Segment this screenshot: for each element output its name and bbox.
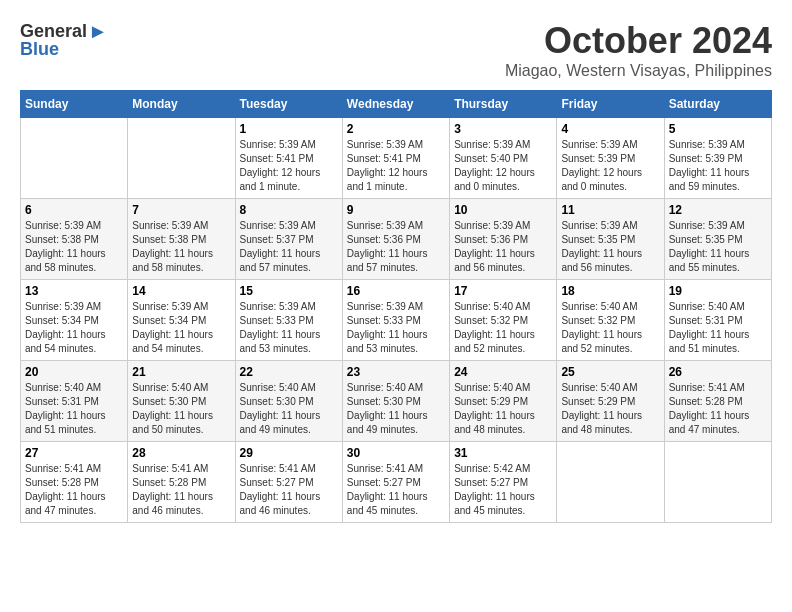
- day-content: Sunrise: 5:39 AMSunset: 5:41 PMDaylight:…: [347, 138, 445, 194]
- calendar-cell: 7Sunrise: 5:39 AMSunset: 5:38 PMDaylight…: [128, 199, 235, 280]
- column-header-friday: Friday: [557, 91, 664, 118]
- calendar-cell: 24Sunrise: 5:40 AMSunset: 5:29 PMDayligh…: [450, 361, 557, 442]
- calendar-cell: 30Sunrise: 5:41 AMSunset: 5:27 PMDayligh…: [342, 442, 449, 523]
- calendar-cell: 26Sunrise: 5:41 AMSunset: 5:28 PMDayligh…: [664, 361, 771, 442]
- day-number: 9: [347, 203, 445, 217]
- calendar-cell: 9Sunrise: 5:39 AMSunset: 5:36 PMDaylight…: [342, 199, 449, 280]
- calendar-week-2: 6Sunrise: 5:39 AMSunset: 5:38 PMDaylight…: [21, 199, 772, 280]
- calendar-cell: [21, 118, 128, 199]
- day-content: Sunrise: 5:39 AMSunset: 5:39 PMDaylight:…: [561, 138, 659, 194]
- day-number: 5: [669, 122, 767, 136]
- day-number: 21: [132, 365, 230, 379]
- calendar-cell: 8Sunrise: 5:39 AMSunset: 5:37 PMDaylight…: [235, 199, 342, 280]
- calendar-cell: 11Sunrise: 5:39 AMSunset: 5:35 PMDayligh…: [557, 199, 664, 280]
- calendar-cell: 20Sunrise: 5:40 AMSunset: 5:31 PMDayligh…: [21, 361, 128, 442]
- day-number: 4: [561, 122, 659, 136]
- calendar-cell: 4Sunrise: 5:39 AMSunset: 5:39 PMDaylight…: [557, 118, 664, 199]
- column-header-monday: Monday: [128, 91, 235, 118]
- calendar-table: SundayMondayTuesdayWednesdayThursdayFrid…: [20, 90, 772, 523]
- logo-blue-text: Blue: [20, 39, 59, 60]
- day-content: Sunrise: 5:39 AMSunset: 5:41 PMDaylight:…: [240, 138, 338, 194]
- day-number: 22: [240, 365, 338, 379]
- day-number: 26: [669, 365, 767, 379]
- day-number: 18: [561, 284, 659, 298]
- column-header-wednesday: Wednesday: [342, 91, 449, 118]
- day-content: Sunrise: 5:39 AMSunset: 5:35 PMDaylight:…: [669, 219, 767, 275]
- calendar-cell: 3Sunrise: 5:39 AMSunset: 5:40 PMDaylight…: [450, 118, 557, 199]
- calendar-cell: [664, 442, 771, 523]
- day-content: Sunrise: 5:40 AMSunset: 5:29 PMDaylight:…: [561, 381, 659, 437]
- day-content: Sunrise: 5:39 AMSunset: 5:38 PMDaylight:…: [25, 219, 123, 275]
- day-number: 23: [347, 365, 445, 379]
- calendar-week-4: 20Sunrise: 5:40 AMSunset: 5:31 PMDayligh…: [21, 361, 772, 442]
- day-content: Sunrise: 5:40 AMSunset: 5:29 PMDaylight:…: [454, 381, 552, 437]
- calendar-cell: 2Sunrise: 5:39 AMSunset: 5:41 PMDaylight…: [342, 118, 449, 199]
- day-content: Sunrise: 5:39 AMSunset: 5:38 PMDaylight:…: [132, 219, 230, 275]
- calendar-cell: 14Sunrise: 5:39 AMSunset: 5:34 PMDayligh…: [128, 280, 235, 361]
- day-content: Sunrise: 5:41 AMSunset: 5:27 PMDaylight:…: [240, 462, 338, 518]
- calendar-cell: 15Sunrise: 5:39 AMSunset: 5:33 PMDayligh…: [235, 280, 342, 361]
- day-number: 31: [454, 446, 552, 460]
- day-content: Sunrise: 5:41 AMSunset: 5:28 PMDaylight:…: [132, 462, 230, 518]
- day-content: Sunrise: 5:39 AMSunset: 5:36 PMDaylight:…: [454, 219, 552, 275]
- calendar-week-1: 1Sunrise: 5:39 AMSunset: 5:41 PMDaylight…: [21, 118, 772, 199]
- day-content: Sunrise: 5:42 AMSunset: 5:27 PMDaylight:…: [454, 462, 552, 518]
- day-number: 29: [240, 446, 338, 460]
- day-number: 6: [25, 203, 123, 217]
- calendar-cell: 29Sunrise: 5:41 AMSunset: 5:27 PMDayligh…: [235, 442, 342, 523]
- day-content: Sunrise: 5:40 AMSunset: 5:31 PMDaylight:…: [669, 300, 767, 356]
- day-number: 2: [347, 122, 445, 136]
- day-number: 10: [454, 203, 552, 217]
- calendar-cell: 10Sunrise: 5:39 AMSunset: 5:36 PMDayligh…: [450, 199, 557, 280]
- day-number: 30: [347, 446, 445, 460]
- day-number: 17: [454, 284, 552, 298]
- calendar-cell: 5Sunrise: 5:39 AMSunset: 5:39 PMDaylight…: [664, 118, 771, 199]
- calendar-cell: 28Sunrise: 5:41 AMSunset: 5:28 PMDayligh…: [128, 442, 235, 523]
- calendar-cell: 25Sunrise: 5:40 AMSunset: 5:29 PMDayligh…: [557, 361, 664, 442]
- calendar-cell: 19Sunrise: 5:40 AMSunset: 5:31 PMDayligh…: [664, 280, 771, 361]
- column-header-sunday: Sunday: [21, 91, 128, 118]
- calendar-cell: 18Sunrise: 5:40 AMSunset: 5:32 PMDayligh…: [557, 280, 664, 361]
- calendar-cell: 1Sunrise: 5:39 AMSunset: 5:41 PMDaylight…: [235, 118, 342, 199]
- calendar-cell: [128, 118, 235, 199]
- day-number: 8: [240, 203, 338, 217]
- day-content: Sunrise: 5:40 AMSunset: 5:32 PMDaylight:…: [561, 300, 659, 356]
- month-title: October 2024: [505, 20, 772, 62]
- calendar-header-row: SundayMondayTuesdayWednesdayThursdayFrid…: [21, 91, 772, 118]
- calendar-cell: 16Sunrise: 5:39 AMSunset: 5:33 PMDayligh…: [342, 280, 449, 361]
- day-content: Sunrise: 5:39 AMSunset: 5:37 PMDaylight:…: [240, 219, 338, 275]
- calendar-cell: 27Sunrise: 5:41 AMSunset: 5:28 PMDayligh…: [21, 442, 128, 523]
- logo: General ► Blue: [20, 20, 108, 60]
- day-number: 12: [669, 203, 767, 217]
- day-number: 25: [561, 365, 659, 379]
- calendar-cell: 21Sunrise: 5:40 AMSunset: 5:30 PMDayligh…: [128, 361, 235, 442]
- calendar-cell: [557, 442, 664, 523]
- day-content: Sunrise: 5:41 AMSunset: 5:28 PMDaylight:…: [25, 462, 123, 518]
- day-content: Sunrise: 5:39 AMSunset: 5:34 PMDaylight:…: [132, 300, 230, 356]
- day-content: Sunrise: 5:41 AMSunset: 5:27 PMDaylight:…: [347, 462, 445, 518]
- logo-bird-icon: ►: [88, 20, 108, 43]
- calendar-cell: 12Sunrise: 5:39 AMSunset: 5:35 PMDayligh…: [664, 199, 771, 280]
- day-content: Sunrise: 5:40 AMSunset: 5:32 PMDaylight:…: [454, 300, 552, 356]
- day-number: 19: [669, 284, 767, 298]
- day-content: Sunrise: 5:40 AMSunset: 5:30 PMDaylight:…: [240, 381, 338, 437]
- day-content: Sunrise: 5:39 AMSunset: 5:34 PMDaylight:…: [25, 300, 123, 356]
- day-number: 27: [25, 446, 123, 460]
- day-content: Sunrise: 5:39 AMSunset: 5:33 PMDaylight:…: [240, 300, 338, 356]
- column-header-saturday: Saturday: [664, 91, 771, 118]
- day-number: 1: [240, 122, 338, 136]
- title-area: October 2024 Miagao, Western Visayas, Ph…: [505, 20, 772, 80]
- calendar-week-5: 27Sunrise: 5:41 AMSunset: 5:28 PMDayligh…: [21, 442, 772, 523]
- calendar-cell: 17Sunrise: 5:40 AMSunset: 5:32 PMDayligh…: [450, 280, 557, 361]
- calendar-cell: 22Sunrise: 5:40 AMSunset: 5:30 PMDayligh…: [235, 361, 342, 442]
- calendar-cell: 31Sunrise: 5:42 AMSunset: 5:27 PMDayligh…: [450, 442, 557, 523]
- day-number: 28: [132, 446, 230, 460]
- day-content: Sunrise: 5:39 AMSunset: 5:35 PMDaylight:…: [561, 219, 659, 275]
- calendar-week-3: 13Sunrise: 5:39 AMSunset: 5:34 PMDayligh…: [21, 280, 772, 361]
- day-number: 24: [454, 365, 552, 379]
- column-header-tuesday: Tuesday: [235, 91, 342, 118]
- calendar-cell: 13Sunrise: 5:39 AMSunset: 5:34 PMDayligh…: [21, 280, 128, 361]
- page-header: General ► Blue October 2024 Miagao, West…: [20, 20, 772, 80]
- day-content: Sunrise: 5:39 AMSunset: 5:39 PMDaylight:…: [669, 138, 767, 194]
- day-number: 16: [347, 284, 445, 298]
